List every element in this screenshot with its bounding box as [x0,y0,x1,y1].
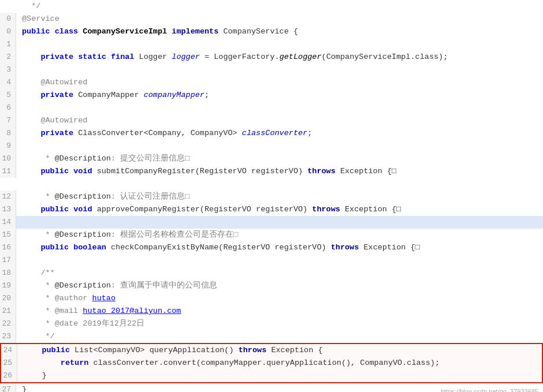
code-content: public boolean checkCompanyExistByName(R… [22,241,543,254]
code-line: 8 private ClassConverter<Company, Compan… [0,127,543,140]
line-number: 14 [0,216,16,229]
line-number: 5 [0,89,16,102]
code-content: private ClassConverter<Company, CompanyV… [22,127,543,140]
code-line: 19 * @Description: 查询属于申请中的公司信息 [0,279,543,292]
code-content: * @mail hutao_2017@aliyun.com [22,305,543,318]
line-number: 19 [0,279,16,292]
code-line: 4 @Autowired [0,76,543,89]
line-number: 11 [0,165,16,178]
code-content: * @Description: 根据公司名称检查公司是否存在□ [22,229,543,241]
code-line: 10 * @Description: 提交公司注册信息□ [0,152,543,165]
code-line: 21 * @mail hutao_2017@aliyun.com [0,305,543,318]
line-number: 12 [0,191,16,203]
line-number: 15 [0,229,16,241]
line-number: 9 [0,140,16,152]
line-number: 20 [0,292,16,305]
code-content: public class CompanyServiceImpl implemen… [22,25,543,38]
code-content [22,216,543,229]
line-number: 18 [0,267,16,279]
code-line: 26 } [0,369,543,383]
code-line: */ [0,0,543,13]
code-line: 24 public List<CompanyVO> queryApplicati… [0,343,543,357]
line-number: 1 [0,38,16,51]
line-number: 24 [1,344,17,357]
code-content [22,178,543,191]
line-number: 26 [1,369,17,382]
code-content: */ [22,0,543,13]
code-content [22,102,543,114]
code-content [22,140,543,152]
code-content [22,64,543,76]
line-number: 8 [0,127,16,140]
line-number: 25 [1,357,17,369]
line-number: 13 [0,203,16,216]
code-content [22,254,543,267]
code-line: 16 public boolean checkCompanyExistByNam… [0,241,543,254]
line-number: 6 [0,102,16,114]
line-number: 22 [0,318,16,330]
code-line: 9 [0,140,543,152]
code-line: 22 * @date 2019年12月22日 [0,318,543,330]
code-content: public void approveCompanyRegister(Regis… [22,203,543,216]
code-content: /** [22,267,543,279]
line-number: 7 [0,114,16,127]
code-content: @Service [22,13,543,25]
line-number: 10 [0,152,16,165]
code-content: } [23,369,542,382]
code-content: * @Description: 查询属于申请中的公司信息 [22,279,543,292]
code-line: 6 [0,102,543,114]
code-line: 15 * @Description: 根据公司名称检查公司是否存在□ [0,229,543,241]
code-line: 0@Service [0,13,543,25]
line-number: 0 [0,25,16,38]
code-line: 7 @Autowired [0,114,543,127]
code-editor: */0@Service0public class CompanyServiceI… [0,0,543,392]
line-number: 3 [0,64,16,76]
code-line: 13 public void approveCompanyRegister(Re… [0,203,543,216]
code-line: 3 [0,64,543,76]
code-line: 23 */ [0,330,543,343]
code-content: */ [22,330,543,343]
code-line: 1 [0,38,543,51]
code-line: 11 public void submitCompanyRegister(Reg… [0,165,543,178]
line-number: 23 [0,330,16,343]
code-line: 5 private CompanyMapper companyMapper; [0,89,543,102]
code-content: private static final Logger logger = Log… [22,51,543,64]
code-content: public List<CompanyVO> queryApplication(… [23,344,542,357]
code-line: 25 return classConverter.convert(company… [0,357,543,369]
line-number: 4 [0,76,16,89]
code-content: @Autowired [22,114,543,127]
code-content: * @Description: 提交公司注册信息□ [22,152,543,165]
code-line: 2 private static final Logger logger = L… [0,51,543,64]
line-number: 21 [0,305,16,318]
code-line [0,178,543,191]
line-number: 17 [0,254,16,267]
code-line: 12 * @Description: 认证公司注册信息□ [0,191,543,203]
code-content: * @date 2019年12月22日 [22,318,543,330]
code-content: @Autowired [22,76,543,89]
code-line: 14 [0,216,543,229]
code-content: return classConverter.convert(companyMap… [23,357,542,369]
watermark: https://blog.csdn.net/qq_37933685 [441,388,538,392]
code-line: 20 * @author hutao [0,292,543,305]
code-line: 17 [0,254,543,267]
line-number: 16 [0,241,16,254]
code-line: 18 /** [0,267,543,279]
code-content: * @Description: 认证公司注册信息□ [22,191,543,203]
code-content: public void submitCompanyRegister(Regist… [22,165,543,178]
code-content: private CompanyMapper companyMapper; [22,89,543,102]
line-number: 27 [0,383,16,392]
code-content [22,38,543,51]
code-line: 0public class CompanyServiceImpl impleme… [0,25,543,38]
line-number: 2 [0,51,16,64]
line-number: 0 [0,13,16,25]
code-content: * @author hutao [22,292,543,305]
